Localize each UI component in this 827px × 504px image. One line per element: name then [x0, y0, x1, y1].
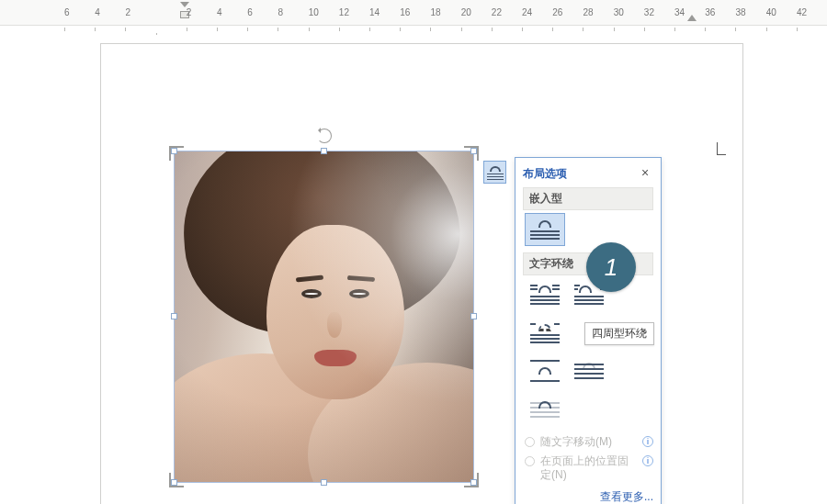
ruler-tick: 36 [705, 7, 735, 17]
info-icon[interactable]: i [642, 455, 653, 466]
ruler-tick: 2 [187, 7, 217, 17]
ruler-tick: 24 [522, 7, 552, 17]
ruler-tick: 42 [797, 7, 827, 17]
resize-handle-w[interactable] [171, 313, 177, 319]
wrap-option-in-front[interactable] [525, 394, 565, 427]
resize-handle-n[interactable] [321, 148, 327, 154]
close-button[interactable]: × [637, 165, 653, 182]
ruler-tick: 30 [614, 7, 644, 17]
ruler-tick: 40 [766, 7, 797, 17]
layout-options-icon [487, 166, 504, 179]
radio-icon [525, 437, 535, 447]
tooltip-text: 四周型环绕 [592, 327, 647, 340]
info-icon[interactable]: i [642, 436, 653, 447]
rotate-handle-icon[interactable] [317, 129, 332, 143]
ruler-tick: 14 [369, 7, 400, 17]
radio-fix-position: 在页面上的位置固定(N) i [525, 454, 653, 482]
callout-badge-1: 1 [586, 242, 636, 292]
crop-corner-sw[interactable] [169, 473, 184, 487]
panel-title: 布局选项 [523, 166, 567, 182]
image-content[interactable] [175, 151, 473, 482]
callout-number: 1 [605, 253, 617, 282]
ruler-tick: 16 [400, 7, 430, 17]
crop-corner-ne[interactable] [464, 146, 479, 161]
ruler-tick: 20 [461, 7, 492, 17]
tooltip-square-wrap: 四周型环绕 [584, 322, 654, 345]
resize-handle-s[interactable] [321, 479, 327, 486]
wrap-option-through[interactable] [525, 317, 565, 350]
see-more-link[interactable]: 查看更多... [600, 490, 653, 503]
ruler-tick: 26 [552, 7, 583, 17]
wrap-option-top-bottom[interactable] [525, 355, 565, 388]
wrap-option-behind-text[interactable] [569, 355, 609, 388]
ruler-tick: 10 [309, 7, 339, 17]
section-inline-label: 嵌入型 [523, 187, 653, 210]
text-cursor-mark [717, 142, 726, 155]
horizontal-ruler[interactable]: 6422468101214161820222426283032343638404… [0, 0, 827, 26]
wrap-option-square[interactable] [525, 278, 565, 311]
selected-image[interactable] [175, 151, 473, 482]
ruler-tick: 2 [125, 7, 155, 17]
ruler-tick: 32 [644, 7, 674, 17]
radio-icon [525, 456, 535, 466]
ruler-tick: 6 [64, 7, 95, 17]
ruler-tick: 4 [217, 7, 247, 17]
wrap-option-inline[interactable] [525, 213, 565, 246]
ruler-tick: 34 [674, 7, 705, 17]
ruler-tick: 6 [247, 7, 278, 17]
ruler-tick: 22 [492, 7, 522, 17]
crop-corner-nw[interactable] [169, 146, 184, 161]
radio-move-label: 随文字移动(M) [540, 435, 639, 449]
ruler-tick: 4 [95, 7, 125, 17]
radio-move-with-text: 随文字移动(M) i [525, 435, 653, 449]
ruler-tick: 18 [430, 7, 460, 17]
ruler-tick: 8 [278, 7, 308, 17]
resize-handle-e[interactable] [470, 313, 477, 319]
layout-options-button[interactable] [483, 161, 506, 184]
ruler-tick: 28 [583, 7, 613, 17]
ruler-tick: 38 [735, 7, 765, 17]
crop-corner-se[interactable] [464, 473, 479, 487]
ruler-tick: 12 [339, 7, 369, 17]
radio-fix-label: 在页面上的位置固定(N) [540, 454, 639, 482]
